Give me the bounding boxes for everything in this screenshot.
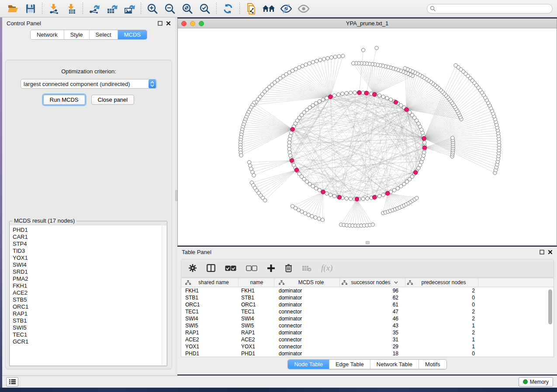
table-cell[interactable]: YOX1 [239, 343, 274, 350]
memory-button[interactable]: Memory [519, 377, 553, 387]
table-cell[interactable]: 1 [405, 343, 478, 350]
table-cell[interactable]: 31 [340, 336, 405, 343]
table-cell[interactable]: YOX1 [181, 343, 239, 350]
float-panel-icon[interactable] [158, 21, 163, 26]
table-settings-button[interactable] [188, 264, 197, 272]
export-table-button[interactable] [103, 1, 121, 16]
table-cell[interactable]: STB1 [181, 294, 239, 301]
houses-button[interactable] [260, 1, 277, 16]
table-row[interactable]: ACE2ACE2connector311 [181, 336, 554, 343]
task-history-button[interactable] [6, 377, 18, 387]
table-cell[interactable]: RAP1 [239, 329, 274, 336]
tab-edge-table[interactable]: Edge Table [329, 360, 370, 369]
network-canvas[interactable] [178, 28, 557, 245]
table-cell[interactable]: 2 [405, 329, 478, 336]
mcds-result-list[interactable]: PHD1CAR1STP4TID3YOX1SWI4SRD1PMA2FKH1ACE2… [10, 225, 166, 365]
table-cell[interactable]: 2 [405, 287, 478, 294]
zoom-selected-button[interactable] [196, 1, 214, 16]
table-cell[interactable]: dominator [274, 315, 340, 322]
float-panel-icon[interactable] [540, 250, 544, 254]
column-header-successor-nodes[interactable]: successor nodes [340, 278, 405, 287]
delete-table-button-disabled[interactable] [302, 265, 311, 272]
table-cell[interactable]: ORC1 [181, 301, 239, 308]
table-cell[interactable]: connector [274, 343, 340, 350]
table-row[interactable]: TEC1TEC1connector472 [181, 308, 554, 315]
table-cell[interactable]: connector [274, 336, 340, 343]
column-header-MCDS-role[interactable]: MCDS role [274, 278, 340, 287]
tab-motifs[interactable]: Motifs [419, 360, 446, 369]
deselect-all-button[interactable] [246, 265, 257, 271]
table-cell[interactable]: 2 [405, 315, 478, 322]
table-cell[interactable]: connector [274, 322, 340, 329]
table-scrollbar[interactable] [548, 289, 552, 324]
table-cell[interactable]: 1 [405, 336, 478, 343]
open-session-button[interactable] [4, 1, 22, 16]
table-cell[interactable]: 2 [405, 308, 478, 315]
close-panel-button[interactable]: Close panel [91, 95, 135, 105]
table-row[interactable]: FKH1FKH1dominator962 [181, 287, 554, 294]
table-row[interactable]: PHD1PHD1dominator180 [181, 350, 554, 357]
select-all-button[interactable] [225, 265, 236, 271]
import-network-button[interactable] [45, 1, 62, 16]
refresh-button[interactable] [219, 1, 237, 16]
table-row[interactable]: STB1STB1dominator620 [181, 294, 554, 301]
table-cell[interactable]: 29 [340, 343, 405, 350]
table-cell[interactable]: ACE2 [181, 336, 239, 343]
tab-mcds[interactable]: MCDS [118, 30, 147, 39]
tab-network[interactable]: Network [31, 30, 64, 39]
zoom-out-button[interactable] [161, 1, 179, 16]
table-cell[interactable]: PHD1 [181, 350, 239, 357]
table-cell[interactable]: 18 [340, 350, 405, 357]
table-row[interactable]: ORC1ORC1dominator610 [181, 301, 554, 308]
tab-node-table[interactable]: Node Table [288, 360, 329, 369]
table-cell[interactable]: SWI4 [181, 315, 239, 322]
table-row[interactable]: SWI4SWI4dominator462 [181, 315, 554, 322]
close-panel-icon[interactable] [166, 21, 171, 26]
table-cell[interactable]: TEC1 [239, 308, 274, 315]
close-panel-icon[interactable] [548, 250, 553, 254]
table-cell[interactable]: PHD1 [239, 350, 274, 357]
table-row[interactable]: RAP1RAP1dominator352 [181, 329, 554, 336]
add-column-button[interactable] [267, 264, 275, 272]
table-cell[interactable]: 47 [340, 308, 405, 315]
table-cell[interactable]: TEC1 [181, 308, 239, 315]
mcds-list-scrollbar[interactable] [162, 225, 166, 365]
table-cell[interactable]: STB1 [239, 294, 274, 301]
table-cell[interactable]: SWI5 [239, 322, 274, 329]
zoom-fit-button[interactable] [179, 1, 196, 16]
tab-style[interactable]: Style [64, 30, 90, 39]
delete-column-button[interactable] [285, 264, 292, 272]
export-network-button[interactable] [86, 1, 103, 16]
table-cell[interactable]: SWI4 [239, 315, 274, 322]
table-cell[interactable]: 43 [340, 322, 405, 329]
table-cell[interactable]: 35 [340, 329, 405, 336]
duplicate-network-button[interactable] [242, 1, 260, 16]
table-cell[interactable]: dominator [274, 294, 340, 301]
table-cell[interactable]: 46 [340, 315, 405, 322]
tab-select[interactable]: Select [90, 30, 118, 39]
hide-selected-button[interactable] [277, 1, 295, 16]
table-cell[interactable]: 62 [340, 294, 405, 301]
import-table-button[interactable] [62, 1, 80, 16]
table-cell[interactable]: dominator [274, 350, 340, 357]
table-cell[interactable]: ACE2 [239, 336, 274, 343]
column-header-shared-name[interactable]: shared name [181, 278, 239, 287]
table-cell[interactable]: 0 [405, 350, 478, 357]
table-cell[interactable]: dominator [274, 301, 340, 308]
table-cell[interactable]: 96 [340, 287, 405, 294]
function-builder-button-disabled[interactable]: f(x) [321, 263, 332, 273]
column-header-predecessor-nodes[interactable]: predecessor nodes [405, 278, 478, 287]
table-cell[interactable]: dominator [274, 287, 340, 294]
table-cell[interactable]: SWI5 [181, 322, 239, 329]
table-cell[interactable]: 61 [340, 301, 405, 308]
table-cell[interactable]: dominator [274, 329, 340, 336]
zoom-in-button[interactable] [144, 1, 161, 16]
table-cell[interactable]: 1 [405, 322, 478, 329]
table-cell[interactable]: RAP1 [181, 329, 239, 336]
export-image-button[interactable] [121, 1, 138, 16]
network-titlebar[interactable]: YPA_prune.txt_1 [178, 19, 557, 28]
network-graph[interactable] [178, 28, 557, 245]
show-columns-button[interactable] [207, 264, 215, 272]
optimization-criterion-select[interactable]: largest connected component (undirected) [21, 79, 157, 89]
show-all-button[interactable] [295, 1, 312, 16]
